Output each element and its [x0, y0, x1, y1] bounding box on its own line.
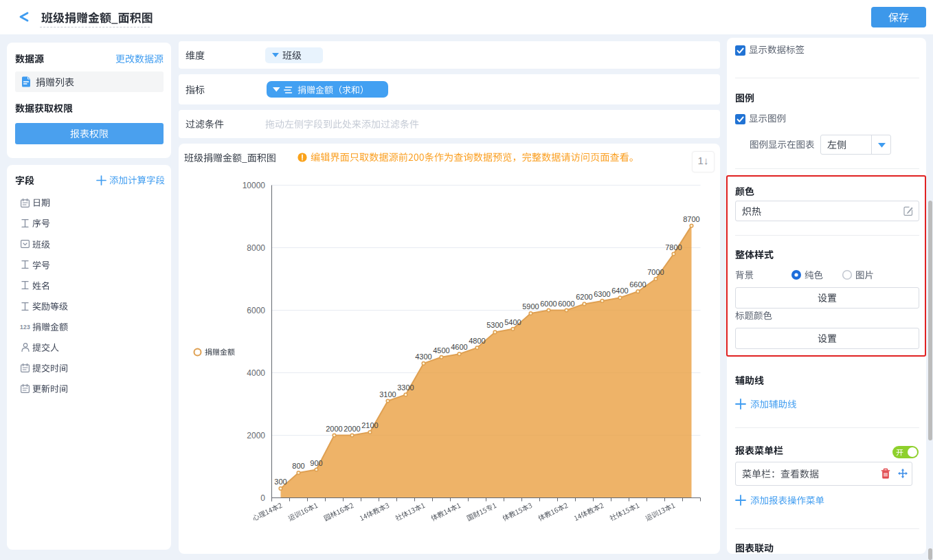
svg-text:6300: 6300: [594, 290, 610, 298]
svg-text:4600: 4600: [451, 343, 467, 351]
svg-text:300: 300: [274, 478, 286, 486]
svg-text:5400: 5400: [504, 318, 521, 326]
svg-text:2000: 2000: [326, 425, 342, 433]
svg-text:4800: 4800: [469, 337, 485, 345]
svg-text:2000: 2000: [344, 425, 360, 433]
svg-text:6000: 6000: [540, 300, 557, 308]
svg-text:7800: 7800: [665, 243, 682, 251]
svg-text:3100: 3100: [379, 390, 396, 399]
svg-text:800: 800: [292, 462, 304, 470]
svg-text:8700: 8700: [683, 215, 699, 223]
svg-text:0: 0: [260, 493, 265, 503]
svg-text:10000: 10000: [243, 181, 266, 190]
svg-text:4500: 4500: [433, 346, 449, 355]
svg-text:8000: 8000: [247, 243, 265, 253]
svg-text:6000: 6000: [247, 306, 265, 315]
svg-text:6000: 6000: [558, 300, 574, 308]
svg-text:2000: 2000: [247, 431, 265, 440]
svg-text:6200: 6200: [576, 293, 592, 301]
svg-text:900: 900: [310, 459, 322, 467]
svg-text:7000: 7000: [647, 268, 664, 276]
svg-text:5300: 5300: [486, 321, 503, 329]
svg-text:4000: 4000: [247, 368, 265, 378]
svg-text:6600: 6600: [629, 280, 646, 289]
svg-text:3300: 3300: [397, 383, 414, 392]
svg-text:2100: 2100: [361, 421, 378, 429]
svg-text:4300: 4300: [415, 352, 431, 361]
svg-text:6400: 6400: [611, 287, 628, 295]
svg-text:5900: 5900: [522, 302, 539, 311]
